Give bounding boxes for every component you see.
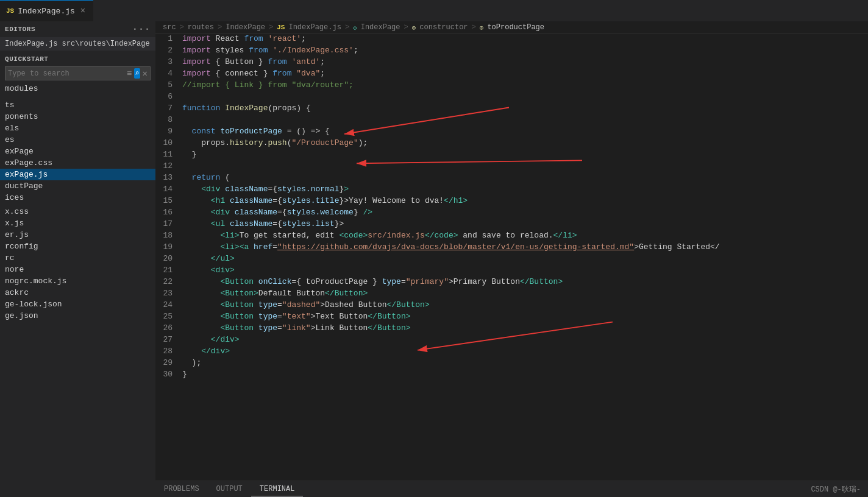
table-row: 20 </ul> [155, 254, 868, 266]
line-content[interactable]: <Button type="link">Link Button</Button> [180, 323, 868, 335]
list-item[interactable]: exPage.css [0, 157, 155, 169]
line-content[interactable]: import styles from './IndexPage.css'; [180, 46, 868, 57]
table-row: 7function IndexPage(props) { [155, 104, 868, 115]
table-row: 1import React from 'react'; [155, 34, 868, 46]
tab-terminal[interactable]: TERMINAL [251, 482, 304, 496]
line-number: 23 [155, 289, 180, 300]
list-item-indexpage-js[interactable]: exPage.js [0, 169, 155, 180]
table-row: 4import { connect } from "dva"; [155, 69, 868, 80]
line-number: 13 [155, 173, 180, 185]
table-row: 24 <Button type="dashed">Dashed Button</… [155, 300, 868, 312]
tab-problems[interactable]: PROBLEMS [155, 482, 208, 496]
list-item[interactable]: exPage [0, 146, 155, 157]
table-row: 29 ); [155, 358, 868, 370]
line-content[interactable]: <h1 className={styles.title}>Yay! Welcom… [180, 196, 868, 208]
tab-output[interactable]: OUTPUT [208, 482, 251, 496]
line-content[interactable]: <li>To get started, edit <code>src/index… [180, 231, 868, 242]
table-row: 17 <ul className={styles.list}> [155, 219, 868, 231]
line-content[interactable]: import { Button } from 'antd'; [180, 57, 868, 69]
line-number: 1 [155, 34, 180, 46]
line-content[interactable]: props.history.push("/ProductPage"); [180, 138, 868, 150]
line-content[interactable]: <li><a href="https://github.com/dvajs/dv… [180, 242, 868, 254]
bc-js-icon: JS [277, 24, 285, 31]
table-row: 11 } [155, 150, 868, 161]
list-item[interactable]: ductPage [0, 180, 155, 192]
sidebar-menu-button[interactable]: ··· [132, 24, 151, 35]
line-content[interactable]: return ( [180, 173, 868, 185]
line-content[interactable]: function IndexPage(props) { [180, 104, 868, 115]
line-number: 19 [155, 242, 180, 254]
editor-area: src > routes > IndexPage > JS IndexPage.… [155, 21, 868, 497]
line-content[interactable]: } [180, 150, 868, 161]
search-close-button[interactable]: ✕ [143, 68, 148, 79]
list-item[interactable]: x.css [0, 206, 155, 217]
list-item[interactable]: es [0, 134, 155, 146]
line-content[interactable]: <div className={styles.welcome} /> [180, 208, 868, 219]
list-item[interactable]: ge.json [0, 310, 155, 322]
list-item[interactable]: ts [0, 99, 155, 111]
line-content[interactable]: </div> [180, 335, 868, 347]
list-item[interactable]: ge-lock.json [0, 298, 155, 310]
list-item[interactable]: er.js [0, 229, 155, 241]
search-input[interactable] [8, 69, 124, 78]
table-row: 5//import { Link } from "dva/router"; [155, 80, 868, 92]
table-row: 25 <Button type="text">Text Button</Butt… [155, 312, 868, 323]
bc-indexpage-folder: IndexPage [226, 23, 265, 32]
tab-label: IndexPage.js [18, 7, 75, 16]
list-item[interactable]: ponents [0, 111, 155, 122]
line-number: 18 [155, 231, 180, 242]
list-item[interactable]: rconfig [0, 241, 155, 252]
line-number: 5 [155, 80, 180, 92]
tab-close-button[interactable]: × [79, 5, 87, 17]
sidebar-open-file[interactable]: IndexPage.js src\routes\IndexPage [0, 37, 155, 51]
filter-icon[interactable]: ≡ [127, 69, 132, 79]
line-content[interactable]: //import { Link } from "dva/router"; [180, 80, 868, 92]
line-content[interactable]: <Button onClick={ toProductPage } type="… [180, 277, 868, 289]
bc-indexpage-class: IndexPage [361, 23, 400, 32]
line-content[interactable]: import { connect } from "dva"; [180, 69, 868, 80]
line-content[interactable]: <div className={styles.normal}> [180, 185, 868, 196]
sidebar-editors-header: EDITORS ··· [0, 21, 155, 37]
line-content[interactable] [180, 92, 868, 104]
line-number: 8 [155, 115, 180, 127]
list-item[interactable]: modules [0, 83, 155, 94]
line-content[interactable]: <ul className={styles.list}> [180, 219, 868, 231]
editor-wrapper: 1import React from 'react';2import style… [155, 34, 868, 497]
list-item[interactable]: x.js [0, 217, 155, 229]
line-content[interactable]: } [180, 370, 868, 381]
bc-constructor-icon: ⊙ [412, 24, 416, 32]
list-item[interactable]: nore [0, 264, 155, 275]
list-item[interactable]: ackrc [0, 287, 155, 298]
list-item[interactable]: rc [0, 252, 155, 264]
line-content[interactable]: import React from 'react'; [180, 34, 868, 46]
list-item[interactable]: ices [0, 192, 155, 203]
table-row: 26 <Button type="link">Link Button</Butt… [155, 323, 868, 335]
line-number: 20 [155, 254, 180, 266]
bc-fn-icon: ⊙ [480, 24, 484, 32]
code-editor[interactable]: 1import React from 'react';2import style… [155, 34, 868, 481]
line-content[interactable]: </ul> [180, 254, 868, 266]
table-row: 13 return ( [155, 173, 868, 185]
sidebar-quickstart-label: QUICKSTART [0, 53, 155, 64]
line-content[interactable]: <div> [180, 266, 868, 277]
list-item[interactable]: nogrc.mock.js [0, 275, 155, 287]
line-number: 22 [155, 277, 180, 289]
line-number: 27 [155, 335, 180, 347]
tab-indexpage[interactable]: JS IndexPage.js × [0, 0, 93, 21]
search-icon[interactable]: ⌕ [134, 68, 140, 79]
line-content[interactable] [180, 161, 868, 173]
list-item[interactable]: els [0, 122, 155, 134]
line-content[interactable]: </div> [180, 347, 868, 358]
line-content[interactable]: <Button>Default Button</Button> [180, 289, 868, 300]
line-number: 29 [155, 358, 180, 370]
tab-bar: JS IndexPage.js × [0, 0, 868, 21]
line-content[interactable]: <Button type="dashed">Dashed Button</But… [180, 300, 868, 312]
line-content[interactable]: <Button type="text">Text Button</Button> [180, 312, 868, 323]
line-content[interactable]: const toProductPage = () => { [180, 127, 868, 138]
line-number: 28 [155, 347, 180, 358]
table-row: 14 <div className={styles.normal}> [155, 185, 868, 196]
line-number: 2 [155, 46, 180, 57]
line-content[interactable] [180, 115, 868, 127]
line-content[interactable]: ); [180, 358, 868, 370]
table-row: 8 [155, 115, 868, 127]
